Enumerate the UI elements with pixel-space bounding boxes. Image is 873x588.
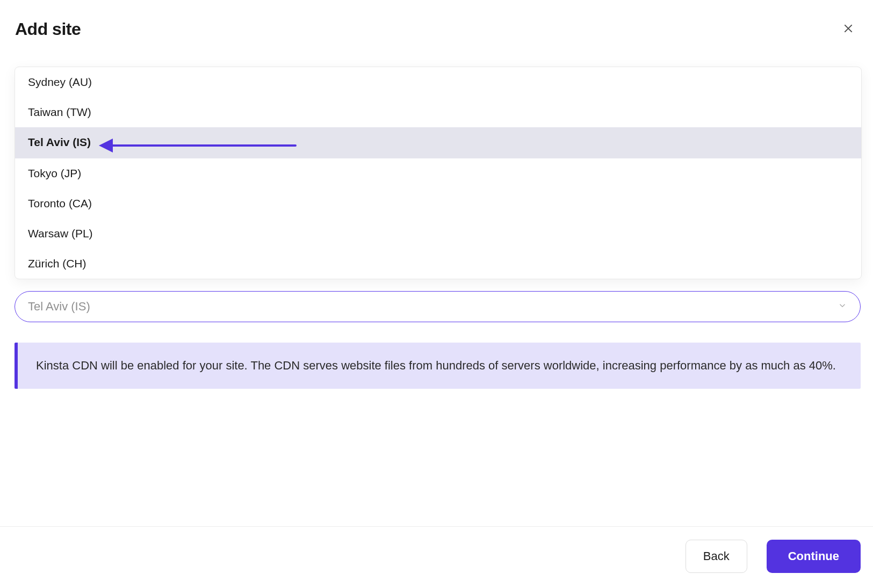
chevron-down-icon [838, 301, 847, 313]
dropdown-item[interactable]: Tokyo (JP) [15, 158, 861, 188]
dropdown-item[interactable]: Warsaw (PL) [15, 219, 861, 249]
cdn-info-text: Kinsta CDN will be enabled for your site… [36, 357, 842, 375]
dropdown-item[interactable]: Zürich (CH) [15, 249, 861, 279]
dropdown-item-label: Zürich (CH) [28, 257, 86, 270]
dropdown-item[interactable]: Toronto (CA) [15, 188, 861, 219]
cdn-info-banner: Kinsta CDN will be enabled for your site… [15, 343, 861, 389]
dropdown-item-label: Tokyo (JP) [28, 167, 81, 179]
select-value: Tel Aviv (IS) [28, 300, 90, 314]
close-icon [843, 23, 854, 35]
footer: Back Continue [0, 526, 873, 588]
back-button[interactable]: Back [686, 540, 747, 573]
page-title: Add site [15, 19, 81, 39]
dropdown-item[interactable]: Tel Aviv (IS) [15, 127, 861, 157]
dropdown-item[interactable]: Sydney (AU) [15, 67, 861, 97]
location-select[interactable]: Tel Aviv (IS) [15, 291, 861, 322]
dropdown-item[interactable]: Taiwan (TW) [15, 97, 861, 127]
dropdown-item-label: Sydney (AU) [28, 76, 92, 88]
close-button[interactable] [839, 20, 858, 39]
dropdown-item-label: Warsaw (PL) [28, 227, 93, 239]
dropdown-item-label: Taiwan (TW) [28, 106, 91, 118]
location-dropdown[interactable]: Sydney (AU)Taiwan (TW)Tel Aviv (IS)Tokyo… [15, 67, 862, 279]
dropdown-item-label: Toronto (CA) [28, 197, 92, 209]
dropdown-item-label: Tel Aviv (IS) [28, 136, 91, 148]
continue-button[interactable]: Continue [767, 540, 861, 573]
